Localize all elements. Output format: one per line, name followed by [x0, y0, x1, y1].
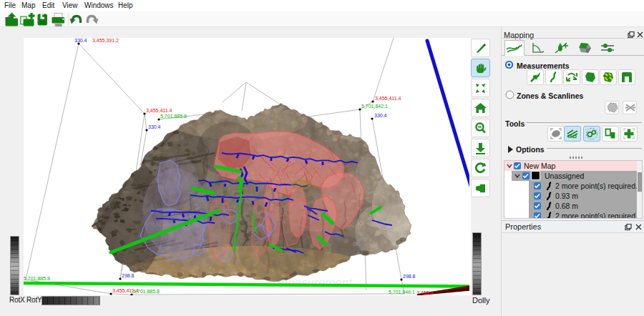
- svg-text:3,455,391.2: 3,455,391.2: [92, 38, 119, 43]
- svg-text:5,701,885.8: 5,701,885.8: [133, 289, 160, 294]
- svg-text:5,701,846.1: 5,701,846.1: [389, 290, 415, 295]
- svg-text:5,701,885.8: 5,701,885.8: [160, 114, 187, 119]
- svg-text:5,701,842.1: 5,701,842.1: [361, 104, 388, 109]
- svg-text:3,455,411.4: 3,455,411.4: [375, 96, 401, 101]
- svg-text:3,455,4: 3,455,4: [416, 290, 433, 295]
- svg-text:5,701,885.8: 5,701,885.8: [24, 276, 50, 281]
- svg-text:330.4: 330.4: [74, 38, 87, 43]
- svg-text:298.8: 298.8: [403, 274, 416, 279]
- svg-text:330.4: 330.4: [374, 113, 387, 118]
- svg-text:measurement: measurement: [278, 276, 353, 290]
- svg-text:3,455,411.4: 3,455,411.4: [146, 108, 172, 113]
- svg-text:330.4: 330.4: [148, 124, 161, 129]
- svg-text:298.8: 298.8: [122, 273, 135, 278]
